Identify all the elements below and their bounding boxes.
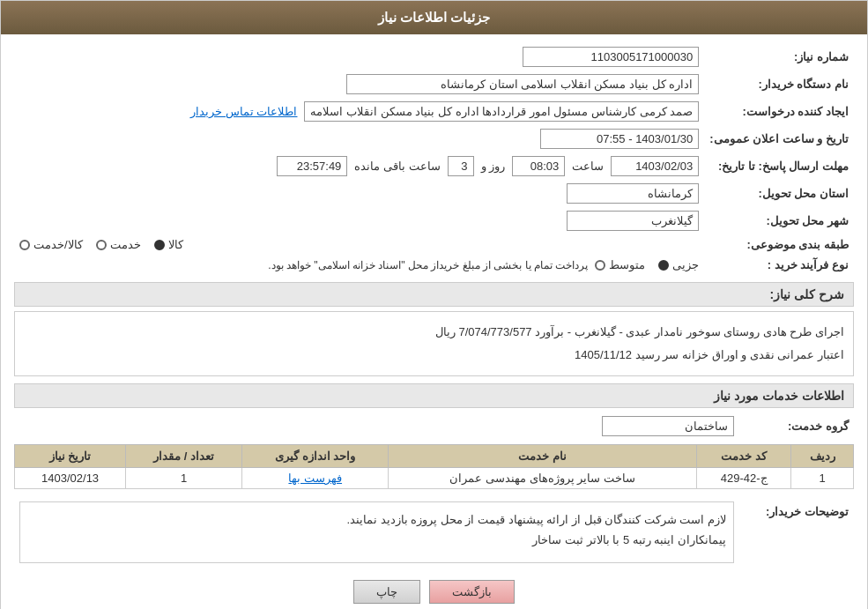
category-kala-label: کالا xyxy=(168,238,183,251)
services-table: ردیف کد خدمت نام خدمت واحد اندازه گیری ت… xyxy=(14,444,854,489)
buyer-org-value: اداره کل بنیاد مسکن انقلاب اسلامی استان … xyxy=(346,74,699,94)
process-jozi-item: جزیی xyxy=(658,258,699,271)
row-name: ساخت سایر پروژه‌های مهندسی عمران xyxy=(389,468,697,489)
response-deadline-label: مهلت ارسال پاسخ: تا تاریخ: xyxy=(704,152,854,180)
service-group-label: گروه خدمت: xyxy=(739,412,854,440)
requester-value: صمد کرمی کارشناس مسئول امور قراردادها اد… xyxy=(304,101,699,122)
print-button[interactable]: چاپ xyxy=(353,580,420,604)
col-name: نام خدمت xyxy=(389,445,697,468)
buttons-row: بازگشت چاپ xyxy=(14,580,854,604)
province-value: کرمانشاه xyxy=(567,183,699,204)
requester-label: ایجاد کننده درخواست: xyxy=(704,98,854,125)
col-quantity: تعداد / مقدار xyxy=(126,445,242,468)
category-khedmat-item: خدمت xyxy=(96,238,141,251)
services-section-title: اطلاعات خدمات مورد نیاز xyxy=(14,383,854,408)
process-note: پرداخت تمام یا بخشی از مبلغ خریداز محل "… xyxy=(268,259,588,271)
process-jozi-radio[interactable] xyxy=(658,260,669,271)
col-row: ردیف xyxy=(791,445,854,468)
category-kala-khedmat-radio[interactable] xyxy=(19,240,30,250)
city-value: گیلانغرب xyxy=(567,211,699,231)
page-header: جزئیات اطلاعات نیاز xyxy=(1,1,867,34)
description-section-title: شرح کلی نیاز: xyxy=(14,282,854,307)
col-unit: واحد اندازه گیری xyxy=(242,445,389,468)
description-line2: اعتبار عمرانی نقدی و اوراق خزانه سر رسید… xyxy=(24,344,844,367)
buyer-notes-label: توضیحات خریدار: xyxy=(739,498,854,567)
response-days-value: 3 xyxy=(448,156,474,176)
process-motovaset-label: متوسط xyxy=(609,258,645,271)
date-value: 1403/01/30 - 07:55 xyxy=(540,129,699,149)
service-group-value: ساختمان xyxy=(602,416,734,436)
table-row: 1 ج-42-429 ساخت سایر پروژه‌های مهندسی عم… xyxy=(15,468,854,489)
category-kala-radio[interactable] xyxy=(154,240,165,250)
category-kala-khedmat-label: کالا/خدمت xyxy=(33,238,83,251)
row-unit[interactable]: فهرست بها xyxy=(242,468,389,489)
response-remaining-label: ساعت باقی مانده xyxy=(354,160,440,173)
buyer-org-label: نام دستگاه خریدار: xyxy=(704,71,854,98)
category-khedmat-label: خدمت xyxy=(110,238,141,251)
need-number-label: شماره نیاز: xyxy=(704,43,854,71)
response-time-label: ساعت xyxy=(572,160,604,173)
col-date: تاریخ نیاز xyxy=(15,445,126,468)
buyer-notes-line1: لازم است شرکت کنندگان قبل از ارائه پیشنه… xyxy=(27,509,726,530)
requester-contact-link[interactable]: اطلاعات تماس خریدار xyxy=(190,105,297,118)
province-label: استان محل تحویل: xyxy=(704,180,854,207)
buyer-notes-line2: پیمانکاران اینبه رتبه 5 با بالاتر ثبت سا… xyxy=(27,530,726,550)
response-date-value: 1403/02/03 xyxy=(611,156,699,176)
city-label: شهر محل تحویل: xyxy=(704,207,854,234)
header-title: جزئیات اطلاعات نیاز xyxy=(378,10,490,25)
response-remaining-value: 23:57:49 xyxy=(277,156,347,176)
date-label: تاریخ و ساعت اعلان عمومی: xyxy=(704,125,854,152)
category-kala-item: کالا xyxy=(154,238,183,251)
response-time-value: 08:03 xyxy=(512,156,565,176)
response-days-label: روز و xyxy=(481,160,506,173)
process-label: نوع فرآیند خرید : xyxy=(704,255,854,275)
buyer-notes-box: لازم است شرکت کنندگان قبل از ارائه پیشنه… xyxy=(19,501,734,563)
category-kala-khedmat-item: کالا/خدمت xyxy=(19,238,83,251)
row-number: 1 xyxy=(791,468,854,489)
back-button[interactable]: بازگشت xyxy=(429,580,515,604)
description-value: اجرای طرح هادی روستای سوخور نامدار عبدی … xyxy=(14,311,854,376)
row-quantity: 1 xyxy=(126,468,242,489)
col-code: کد خدمت xyxy=(696,445,790,468)
process-motovaset-item: متوسط xyxy=(595,258,645,271)
category-khedmat-radio[interactable] xyxy=(96,240,107,250)
description-line1: اجرای طرح هادی روستای سوخور نامدار عبدی … xyxy=(24,321,844,344)
process-jozi-label: جزیی xyxy=(672,258,699,271)
category-label: طبقه بندی موضوعی: xyxy=(704,234,854,255)
row-date: 1403/02/13 xyxy=(15,468,126,489)
need-number-value: 1103005171000030 xyxy=(523,47,699,67)
process-motovaset-radio[interactable] xyxy=(595,260,605,271)
row-code: ج-42-429 xyxy=(696,468,790,489)
